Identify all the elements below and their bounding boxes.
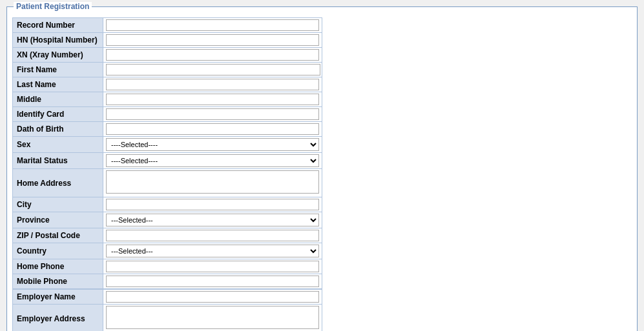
table-row: Employer Address bbox=[13, 305, 322, 332]
province-home-label: Province bbox=[13, 212, 103, 228]
xn-label: XN (Xray Number) bbox=[13, 48, 103, 63]
identify-card-cell bbox=[103, 107, 322, 122]
employer-address-label: Employer Address bbox=[13, 305, 103, 332]
employer-name-input[interactable] bbox=[106, 291, 319, 303]
dob-input[interactable] bbox=[106, 123, 319, 135]
marital-status-select[interactable]: ----Selected---- Single Married Divorced… bbox=[106, 154, 319, 167]
employer-name-cell bbox=[103, 290, 322, 305]
table-row: Record Number bbox=[13, 18, 322, 33]
table-row: City bbox=[13, 197, 322, 212]
table-row: HN (Hospital Number) bbox=[13, 33, 322, 48]
form-title: Patient Registration bbox=[14, 2, 92, 11]
left-column: Record Number HN (Hospital Number) XN (X… bbox=[12, 17, 322, 289]
mobile-phone-label: Mobile Phone bbox=[13, 274, 103, 289]
hn-cell bbox=[103, 33, 322, 48]
table-row: Identify Card bbox=[13, 107, 322, 122]
xn-input[interactable] bbox=[106, 49, 319, 61]
home-phone-cell bbox=[103, 259, 322, 274]
table-row: First Name bbox=[13, 63, 322, 77]
zip-home-input[interactable] bbox=[106, 230, 319, 241]
home-phone-input[interactable] bbox=[106, 261, 319, 272]
zip-home-cell bbox=[103, 228, 322, 243]
table-row: Sex ----Selected---- Male Female bbox=[13, 137, 322, 153]
country-home-label: Country bbox=[13, 243, 103, 259]
first-name-label: First Name bbox=[13, 63, 103, 77]
hn-label: HN (Hospital Number) bbox=[13, 33, 103, 48]
table-row: Province ---Selected--- bbox=[13, 212, 322, 228]
city-home-input[interactable] bbox=[106, 199, 319, 210]
marital-status-label: Marital Status bbox=[13, 153, 103, 169]
country-home-cell: ---Selected--- bbox=[103, 243, 322, 259]
first-name-cell bbox=[103, 63, 322, 77]
last-name-label: Last Name bbox=[13, 77, 103, 92]
home-address-label: Home Address bbox=[13, 169, 103, 197]
middle-cell bbox=[103, 92, 322, 107]
country-home-select[interactable]: ---Selected--- bbox=[106, 245, 319, 257]
home-address-input[interactable] bbox=[106, 170, 319, 194]
table-row: Employer Name bbox=[13, 290, 322, 305]
table-row: Dath of Birth bbox=[13, 122, 322, 137]
middle-input[interactable] bbox=[106, 94, 319, 105]
province-home-cell: ---Selected--- bbox=[103, 212, 322, 228]
identify-card-label: Identify Card bbox=[13, 107, 103, 122]
record-number-input[interactable] bbox=[106, 19, 319, 31]
mobile-phone-cell bbox=[103, 274, 322, 289]
dob-label: Dath of Birth bbox=[13, 122, 103, 137]
table-row: Home Address bbox=[13, 169, 322, 197]
marital-status-cell: ----Selected---- Single Married Divorced… bbox=[103, 153, 322, 169]
patient-registration-form: Patient Registration Record Number HN (H… bbox=[6, 6, 638, 331]
middle-label: Middle bbox=[13, 92, 103, 107]
province-home-select[interactable]: ---Selected--- bbox=[106, 214, 319, 226]
record-number-label: Record Number bbox=[13, 18, 103, 33]
zip-home-label: ZIP / Postal Code bbox=[13, 228, 103, 243]
table-row: Last Name bbox=[13, 77, 322, 92]
table-row: Mobile Phone bbox=[13, 274, 322, 289]
record-number-cell bbox=[103, 18, 322, 33]
identify-card-input[interactable] bbox=[106, 108, 319, 120]
home-phone-label: Home Phone bbox=[13, 259, 103, 274]
xn-cell bbox=[103, 48, 322, 63]
table-row: XN (Xray Number) bbox=[13, 48, 322, 63]
city-home-cell bbox=[103, 197, 322, 212]
table-row: Marital Status ----Selected---- Single M… bbox=[13, 153, 322, 169]
table-row: ZIP / Postal Code bbox=[13, 228, 322, 243]
hn-input[interactable] bbox=[106, 34, 319, 46]
right-column: Employer Name Employer Address City Prov… bbox=[12, 289, 322, 331]
sex-select[interactable]: ----Selected---- Male Female bbox=[106, 138, 319, 151]
home-address-cell bbox=[103, 169, 322, 197]
dob-cell bbox=[103, 122, 322, 137]
table-row: Middle bbox=[13, 92, 322, 107]
table-row: Home Phone bbox=[13, 259, 322, 274]
column-divider bbox=[322, 17, 326, 289]
sex-cell: ----Selected---- Male Female bbox=[103, 137, 322, 153]
sex-label: Sex bbox=[13, 137, 103, 153]
employer-address-input[interactable] bbox=[106, 306, 319, 329]
table-row: Country ---Selected--- bbox=[13, 243, 322, 259]
last-name-cell bbox=[103, 77, 322, 92]
mobile-phone-input[interactable] bbox=[106, 276, 319, 287]
last-name-input[interactable] bbox=[106, 79, 319, 90]
employer-name-label: Employer Name bbox=[13, 290, 103, 305]
first-name-input[interactable] bbox=[106, 64, 320, 75]
city-home-label: City bbox=[13, 197, 103, 212]
employer-address-cell bbox=[103, 305, 322, 332]
